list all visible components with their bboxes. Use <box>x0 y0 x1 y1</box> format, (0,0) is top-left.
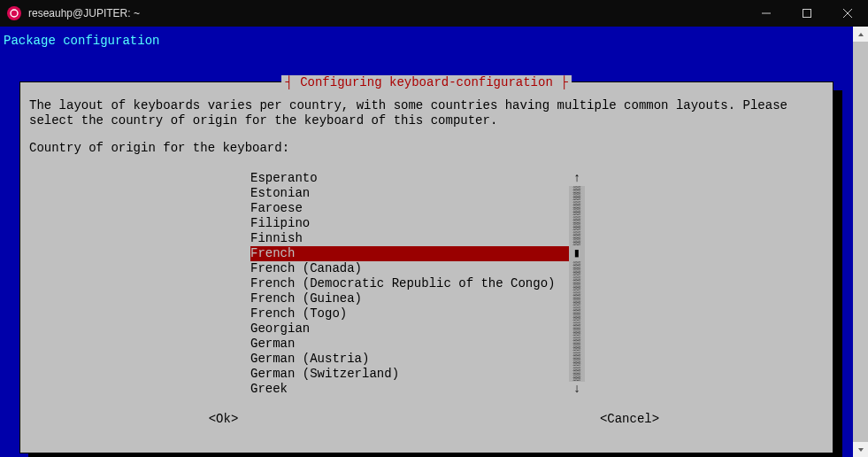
list-item[interactable]: French (Togo) <box>250 306 569 321</box>
scrollbar-track[interactable]: ▒ <box>569 352 585 367</box>
dialog-instruction: The layout of keyboards varies per count… <box>29 98 824 128</box>
list-item[interactable]: Greek <box>250 382 569 397</box>
scroll-down-arrow[interactable]: ↓ <box>569 382 585 397</box>
svg-point-0 <box>11 10 18 17</box>
window-scrollbar[interactable] <box>853 27 868 457</box>
scrollbar-track[interactable]: ▒ <box>569 291 585 306</box>
window-controls <box>746 0 868 27</box>
scrollbar-track[interactable]: ▒ <box>569 306 585 321</box>
list-item[interactable]: French (Democratic Republic of the Congo… <box>250 276 569 291</box>
svg-rect-1 <box>803 10 811 18</box>
scrollbar-track[interactable]: ▒ <box>569 261 585 276</box>
list-item[interactable]: French (Guinea) <box>250 291 569 306</box>
scrollbar-up-button[interactable] <box>853 27 868 42</box>
scrollbar-track[interactable]: ▒ <box>569 186 585 201</box>
scroll-up-arrow[interactable]: ↑ <box>569 171 585 186</box>
scrollbar-down-button[interactable] <box>853 442 868 457</box>
window-title: reseauhp@JUPITER: ~ <box>28 7 140 19</box>
cancel-button[interactable]: <Cancel> <box>426 412 833 426</box>
ok-button[interactable]: <Ok> <box>20 412 426 426</box>
list-item[interactable]: Georgian <box>250 321 569 337</box>
list-item-selected[interactable]: French <box>250 246 569 261</box>
dialog-prompt: Country of origin for the keyboard: <box>29 141 824 155</box>
scrollbar-track[interactable]: ▒ <box>569 337 585 352</box>
list-item[interactable]: French (Canada) <box>250 261 569 276</box>
scrollbar-thumb[interactable]: ▮ <box>569 246 585 261</box>
terminal-area: Package configuration ┤ Configuring keyb… <box>0 27 868 457</box>
debian-icon <box>7 6 21 20</box>
list-item[interactable]: Estonian <box>250 186 569 201</box>
maximize-button[interactable] <box>787 0 827 27</box>
window-titlebar: reseauhp@JUPITER: ~ <box>0 0 868 27</box>
scrollbar-track[interactable]: ▒ <box>569 216 585 231</box>
country-list[interactable]: Esperanto↑ Estonian▒ Faroese▒ Filipino▒ … <box>250 171 606 397</box>
list-item[interactable]: Finnish <box>250 231 569 246</box>
scrollbar-track[interactable]: ▒ <box>569 276 585 291</box>
package-config-header: Package configuration <box>4 34 159 48</box>
config-dialog: ┤ Configuring keyboard-configuration ├ T… <box>19 81 833 453</box>
scrollbar-track[interactable]: ▒ <box>569 201 585 216</box>
close-button[interactable] <box>827 0 868 27</box>
minimize-button[interactable] <box>746 0 787 27</box>
list-item[interactable]: German (Austria) <box>250 352 569 367</box>
list-item[interactable]: German <box>250 337 569 352</box>
list-item[interactable]: German (Switzerland) <box>250 367 569 382</box>
scrollbar-track[interactable]: ▒ <box>569 321 585 337</box>
scrollbar-thumb[interactable] <box>853 42 868 442</box>
list-item[interactable]: Faroese <box>250 201 569 216</box>
scrollbar-track[interactable]: ▒ <box>569 367 585 382</box>
dialog-buttons: <Ok> <Cancel> <box>20 412 833 426</box>
list-item[interactable]: Filipino <box>250 216 569 231</box>
list-item[interactable]: Esperanto <box>250 171 569 186</box>
scrollbar-track[interactable]: ▒ <box>569 231 585 246</box>
